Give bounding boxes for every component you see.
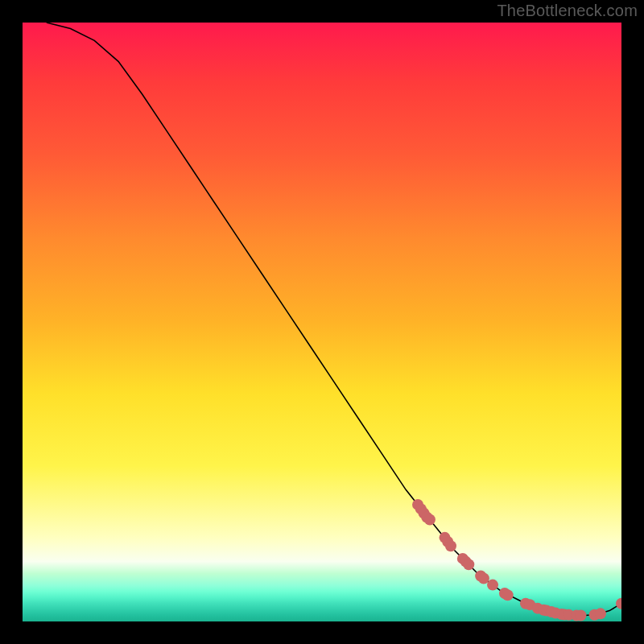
data-markers	[412, 499, 621, 621]
data-point	[502, 589, 514, 601]
data-point	[478, 572, 489, 584]
data-point	[445, 540, 456, 551]
data-point	[424, 514, 436, 526]
plot-area	[23, 23, 621, 621]
data-point	[595, 608, 606, 619]
chart-svg	[23, 23, 621, 621]
bottleneck-curve	[47, 23, 621, 616]
chart-frame: TheBottleneck.com	[0, 0, 644, 644]
data-point	[487, 580, 498, 591]
data-point	[575, 610, 586, 621]
data-point	[463, 559, 474, 570]
data-point	[616, 598, 621, 609]
watermark-text: TheBottleneck.com	[497, 2, 638, 20]
